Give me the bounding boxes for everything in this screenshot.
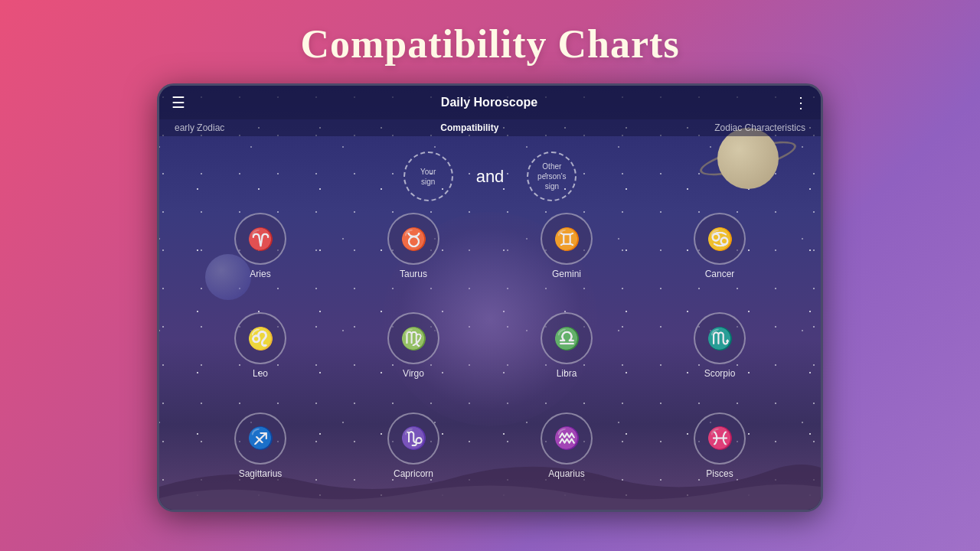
zodiac-icon-leo: ♌ bbox=[234, 312, 286, 364]
zodiac-icon-scorpio: ♏ bbox=[694, 312, 746, 364]
zodiac-item-aries[interactable]: ♈Aries bbox=[190, 213, 331, 306]
zodiac-item-pisces[interactable]: ♓Pisces bbox=[649, 412, 790, 506]
subnav-zodiac-characteristics[interactable]: Zodiac Characteristics bbox=[714, 122, 805, 133]
zodiac-icon-virgo: ♍ bbox=[387, 312, 439, 364]
zodiac-item-scorpio[interactable]: ♏Scorpio bbox=[649, 312, 790, 406]
zodiac-icon-pisces: ♓ bbox=[694, 412, 746, 465]
zodiac-name-leo: Leo bbox=[253, 368, 268, 379]
and-separator: and bbox=[476, 167, 505, 187]
menu-icon[interactable]: ☰ bbox=[172, 93, 185, 112]
zodiac-item-leo[interactable]: ♌Leo bbox=[190, 312, 331, 406]
zodiac-item-capricorn[interactable]: ♑Capricorn bbox=[343, 412, 484, 506]
zodiac-name-sagittarius: Sagittarius bbox=[239, 468, 283, 479]
zodiac-item-libra[interactable]: ♎Libra bbox=[496, 312, 637, 406]
zodiac-name-scorpio: Scorpio bbox=[704, 368, 736, 379]
zodiac-item-virgo[interactable]: ♍Virgo bbox=[343, 312, 484, 406]
more-options-icon[interactable]: ⋮ bbox=[793, 93, 808, 112]
your-sign-selector[interactable]: Your sign bbox=[403, 152, 453, 201]
zodiac-item-gemini[interactable]: ♊Gemini bbox=[496, 213, 637, 306]
your-sign-text: Your sign bbox=[420, 167, 436, 187]
zodiac-name-aries: Aries bbox=[250, 269, 270, 279]
tablet-frame: ☰ Daily Horoscope ⋮ early Zodiac Compati… bbox=[157, 83, 823, 512]
zodiac-name-aquarius: Aquarius bbox=[548, 468, 584, 479]
zodiac-name-cancer: Cancer bbox=[705, 269, 735, 279]
zodiac-icon-libra: ♎ bbox=[541, 312, 593, 364]
subnav-compatibility[interactable]: Compatibility bbox=[440, 122, 498, 133]
zodiac-item-cancer[interactable]: ♋Cancer bbox=[649, 213, 790, 306]
zodiac-grid: ♈Aries♉Taurus♊Gemini♋Cancer♌Leo♍Virgo♎Li… bbox=[159, 209, 821, 510]
zodiac-name-pisces: Pisces bbox=[706, 468, 733, 479]
other-sign-text: Other person's sign bbox=[537, 161, 567, 191]
zodiac-icon-cancer: ♋ bbox=[694, 213, 746, 265]
zodiac-name-virgo: Virgo bbox=[403, 368, 424, 379]
zodiac-name-taurus: Taurus bbox=[400, 269, 427, 279]
zodiac-name-libra: Libra bbox=[557, 368, 577, 379]
zodiac-name-capricorn: Capricorn bbox=[394, 468, 433, 479]
app-title: Daily Horoscope bbox=[441, 96, 537, 109]
page-title: Compatibility Charts bbox=[300, 21, 679, 67]
zodiac-icon-capricorn: ♑ bbox=[387, 412, 439, 465]
zodiac-icon-sagittarius: ♐ bbox=[234, 412, 286, 465]
sign-selectors: Your sign and Other person's sign bbox=[159, 152, 821, 201]
zodiac-item-taurus[interactable]: ♉Taurus bbox=[343, 213, 484, 306]
zodiac-icon-aquarius: ♒ bbox=[541, 412, 593, 465]
subnav-early-zodiac[interactable]: early Zodiac bbox=[175, 122, 224, 133]
app-subnav: early Zodiac Compatibility Zodiac Charac… bbox=[159, 119, 821, 136]
zodiac-name-gemini: Gemini bbox=[552, 269, 581, 279]
app-screen: ☰ Daily Horoscope ⋮ early Zodiac Compati… bbox=[159, 86, 821, 510]
zodiac-item-aquarius[interactable]: ♒Aquarius bbox=[496, 412, 637, 506]
zodiac-item-sagittarius[interactable]: ♐Sagittarius bbox=[190, 412, 331, 506]
zodiac-icon-taurus: ♉ bbox=[387, 213, 439, 265]
zodiac-icon-gemini: ♊ bbox=[541, 213, 593, 265]
other-sign-selector[interactable]: Other person's sign bbox=[527, 152, 577, 201]
zodiac-icon-aries: ♈ bbox=[234, 213, 286, 265]
app-header: ☰ Daily Horoscope ⋮ bbox=[159, 86, 821, 119]
